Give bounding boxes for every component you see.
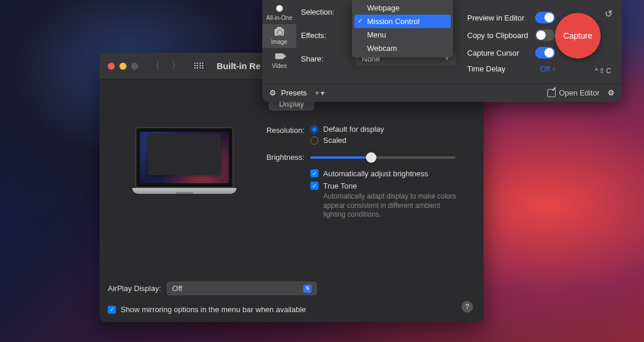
capture-button[interactable]: Capture <box>555 13 601 59</box>
resolution-default-radio[interactable] <box>310 125 318 134</box>
dropdown-item-webcam[interactable]: Webcam <box>354 42 451 55</box>
resolution-default-label: Default for display <box>323 125 384 134</box>
clipboard-label: Copy to Clipboard <box>467 31 528 40</box>
airplay-select[interactable]: Off ⇅ <box>167 282 317 295</box>
open-editor-button[interactable]: Open Editor <box>547 88 600 97</box>
presets-label[interactable]: Presets <box>281 88 307 97</box>
brightness-label: Brightness: <box>263 152 310 162</box>
brightness-slider[interactable] <box>310 156 455 159</box>
preview-label: Preview in Editor <box>467 13 525 22</box>
auto-brightness-checkbox[interactable]: ✓ <box>310 169 318 177</box>
capture-shortcut: ^⇧C <box>595 67 612 75</box>
settings-gear-icon[interactable]: ⚙ <box>608 88 615 97</box>
selection-dropdown-popup: Webpage Mission Control Menu Webcam <box>352 0 453 57</box>
forward-button[interactable]: 〉 <box>172 60 180 71</box>
mode-allinone[interactable]: All-in-One <box>262 0 296 24</box>
brightness-slider-thumb[interactable] <box>366 152 376 163</box>
airplay-value: Off <box>172 284 182 293</box>
show-all-grid-icon[interactable]: ⠿⠿ <box>193 61 204 71</box>
minimize-window-button[interactable] <box>119 63 126 70</box>
timedelay-label: Time Delay <box>467 64 505 73</box>
truetone-checkbox[interactable]: ✓ <box>310 182 318 190</box>
window-title: Built-in Re <box>217 61 261 71</box>
close-window-button[interactable] <box>108 63 115 70</box>
cursor-toggle[interactable] <box>535 47 555 59</box>
back-button[interactable]: 〈 <box>151 60 160 71</box>
dropdown-item-menu[interactable]: Menu <box>354 28 451 42</box>
edit-icon <box>547 89 556 97</box>
resolution-scaled-radio[interactable] <box>310 136 318 145</box>
effects-label: Effects: <box>301 31 348 40</box>
video-icon <box>275 52 284 61</box>
gear-icon[interactable]: ⚙ <box>269 88 276 97</box>
resolution-scaled-label: Scaled <box>323 136 347 145</box>
mirroring-label: Show mirroring options in the menu bar w… <box>121 305 306 314</box>
chevron-updown-icon: ⇅ <box>303 285 311 293</box>
zoom-window-button[interactable] <box>131 63 138 70</box>
camera-icon <box>275 28 284 37</box>
dropdown-item-webpage[interactable]: Webpage <box>354 1 451 15</box>
airplay-label: AirPlay Display: <box>108 284 161 293</box>
display-preview <box>132 127 237 194</box>
target-icon <box>275 4 284 13</box>
chevron-right-icon: › <box>553 64 555 73</box>
resolution-label: Resolution: <box>263 125 310 135</box>
timedelay-button[interactable]: Off › <box>540 64 555 73</box>
traffic-lights <box>108 63 138 70</box>
auto-brightness-label: Automatically adjust brightness <box>323 169 428 178</box>
mode-image[interactable]: Image <box>262 24 296 48</box>
truetone-label: True Tone <box>323 182 458 190</box>
preview-toggle[interactable] <box>535 12 555 23</box>
undo-icon[interactable]: ↺ <box>605 8 612 19</box>
add-preset-button[interactable]: + ▾ <box>315 89 324 97</box>
truetone-description: Automatically adapt display to make colo… <box>323 192 458 220</box>
mode-video[interactable]: Video <box>262 48 296 72</box>
dropdown-item-mission-control[interactable]: Mission Control <box>354 15 451 28</box>
cursor-label: Capture Cursor <box>467 49 519 57</box>
selection-label: Selection: <box>301 8 348 16</box>
mirroring-checkbox[interactable]: ✓ <box>108 306 116 314</box>
clipboard-toggle[interactable] <box>535 29 555 41</box>
help-button[interactable]: ? <box>461 301 473 313</box>
share-label: Share: <box>301 54 348 63</box>
